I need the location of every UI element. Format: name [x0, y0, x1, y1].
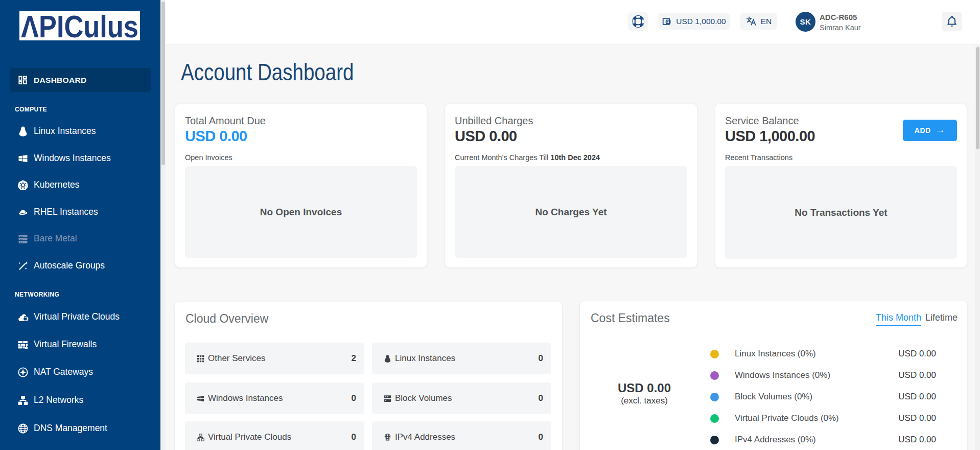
svg-text:ΛPICulus: ΛPICulus: [21, 9, 138, 44]
svg-text:IP: IP: [386, 438, 388, 440]
